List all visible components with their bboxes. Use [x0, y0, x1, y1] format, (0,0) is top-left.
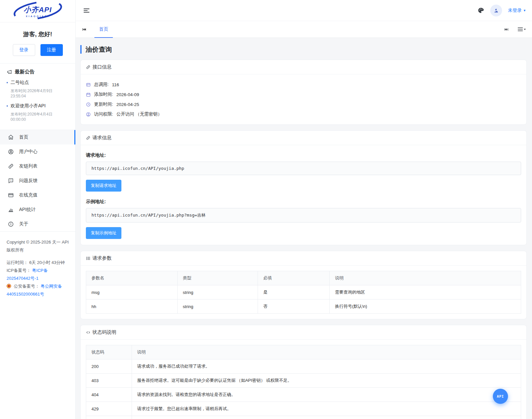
code-icon: [86, 330, 90, 335]
status-codes-table: 状态码 说明 200 请求成功，服务器已成功处理了请求。 403 服: [86, 345, 521, 419]
logo-stack: 小齐API XIAOQIAPI: [24, 5, 52, 17]
info-label: 更新时间:: [94, 101, 113, 107]
param-type: string: [177, 300, 258, 314]
column-header: 说明: [132, 345, 521, 359]
copy-request-url-button[interactable]: 复制请求地址: [86, 180, 121, 192]
sidebar-item-label: 首页: [19, 134, 28, 140]
status-code: 404: [86, 388, 132, 402]
param-required: 否: [258, 300, 330, 314]
sidebar-item-about[interactable]: 关于: [0, 217, 75, 231]
sidebar-item-label: 问题反馈: [19, 178, 38, 184]
announcement-title: 二号站点: [11, 80, 29, 86]
request-url-value[interactable]: https://api.icofun.cn/API/youjia.php: [86, 162, 521, 175]
svg-text:?: ?: [10, 179, 12, 182]
logo[interactable]: 小齐API XIAOQIAPI: [0, 0, 75, 22]
tab-bar: 首页: [76, 21, 532, 38]
sidebar-item-feedback[interactable]: ? 问题反馈: [0, 173, 75, 188]
announcements-title: 最新公告: [15, 69, 35, 75]
sidebar-toggle-button[interactable]: [83, 7, 90, 14]
announcement-item[interactable]: 二号站点 发布时间:2026年4月9日 23:55:04: [7, 80, 69, 98]
status-desc: 服务器拒绝请求。这可能是由于缺少必要的认证凭据 （如API密钥） 或权限不足。: [132, 374, 521, 388]
logo-subtext: XIAOQIAPI: [24, 15, 52, 17]
home-icon: [8, 134, 14, 140]
status-code: 500: [86, 416, 132, 419]
request-url-label: 请求地址:: [86, 152, 521, 158]
status-code: 403: [86, 374, 132, 388]
sidebar-footer: Copyright © 2025-2026 天一 API 版权所有 运行时间： …: [0, 232, 75, 305]
page-content: 油价查询 接口信息 总调用: 116: [76, 38, 532, 419]
api-floating-button[interactable]: API: [493, 389, 508, 404]
sidebar-item-api-stats[interactable]: API统计: [0, 202, 75, 217]
sidebar: 小齐API XIAOQIAPI 游客, 您好! 登录 注册 最新公告 二号站点 …: [0, 0, 76, 419]
info-value: 公开访问 （无需密钥）: [116, 111, 162, 117]
app-root: 小齐API XIAOQIAPI 游客, 您好! 登录 注册 最新公告 二号站点 …: [0, 0, 532, 419]
login-status-dropdown[interactable]: 未登录 ▼: [508, 8, 526, 13]
column-header: 参数名: [86, 271, 178, 285]
sidebar-item-label: 用户中心: [19, 149, 38, 155]
announcement-time: 发布时间:2026年4月9日 23:55:04: [7, 88, 69, 98]
avatar-person-icon: [493, 8, 499, 13]
request-params-card: 请求参数 参数名 类型 必填 说明: [80, 251, 527, 319]
fab-label: API: [497, 394, 504, 399]
bar-chart-icon: [8, 207, 14, 213]
info-label: 总调用:: [94, 82, 109, 88]
police-label: 公安备案号：: [14, 284, 39, 289]
person-circle-icon: [86, 112, 91, 117]
link-icon: [86, 65, 90, 69]
info-value: 2026-04-09: [116, 92, 139, 97]
sidebar-item-label: 关于: [19, 221, 28, 227]
sidebar-item-home[interactable]: 首页: [0, 130, 75, 144]
sidebar-item-friend-links[interactable]: 友链列表: [0, 159, 75, 173]
theme-toggle-button[interactable]: [477, 7, 484, 14]
column-header: 必填: [258, 271, 330, 285]
copy-example-url-button[interactable]: 复制示例地址: [86, 227, 121, 239]
params-table: 参数名 类型 必填 说明 msg string 是 需要查询的地: [86, 271, 521, 314]
table-row: hh string 否 换行符号(默认\n): [86, 300, 521, 314]
sidebar-item-label: 在线充值: [19, 192, 38, 198]
skip-back-icon: [82, 27, 87, 32]
login-button[interactable]: 登录: [13, 44, 35, 56]
example-url-label: 示例地址:: [86, 199, 521, 205]
register-button[interactable]: 注册: [40, 44, 63, 56]
calendar-icon: [86, 92, 91, 97]
sidebar-item-label: 友链列表: [19, 163, 38, 169]
link-icon: [8, 163, 14, 169]
info-icon: [8, 221, 14, 227]
example-url-value[interactable]: https://api.icofun.cn/API/youjia.php?msg…: [86, 208, 521, 223]
column-header: 说明: [330, 271, 521, 285]
request-info-card: 请求信息 请求地址: https://api.icofun.cn/API/you…: [80, 130, 527, 245]
calls-icon: [86, 82, 91, 87]
scroll-tabs-right-button[interactable]: [504, 27, 509, 32]
sidebar-item-recharge[interactable]: 在线充值: [0, 188, 75, 202]
table-row: 403 服务器拒绝请求。这可能是由于缺少必要的认证凭据 （如API密钥） 或权限…: [86, 374, 521, 388]
param-desc: 换行符号(默认\n): [330, 300, 521, 314]
card-title: 请求信息: [92, 135, 112, 141]
clock-icon: [86, 102, 91, 107]
card-title: 接口信息: [92, 64, 112, 70]
info-row: 访问权限: 公开访问 （无需密钥）: [86, 109, 521, 119]
info-row: 添加时间: 2026-04-09: [86, 90, 521, 99]
megaphone-icon: [7, 69, 12, 75]
tab-options-menu-button[interactable]: [518, 27, 526, 32]
table-row: 500 服务器内部错误。服务器在执行请求时遇到了问题。: [86, 416, 521, 419]
status-code: 429: [86, 402, 132, 416]
tab-home[interactable]: 首页: [94, 21, 113, 38]
table-row: 200 请求成功，服务器已成功处理了请求。: [86, 359, 521, 374]
param-desc: 需要查询的地区: [330, 285, 521, 300]
scroll-tabs-left-button[interactable]: [82, 27, 87, 32]
tab-label: 首页: [99, 26, 108, 32]
info-row: 更新时间: 2026-04-25: [86, 99, 521, 109]
uptime-label: 运行时间：: [7, 260, 28, 265]
login-status-text: 未登录: [508, 8, 522, 13]
avatar[interactable]: [490, 5, 502, 16]
announcement-item[interactable]: 欢迎使用小齐API 发布时间:2026年4月4日 00:00:00: [7, 103, 69, 122]
info-label: 访问权限:: [94, 111, 113, 117]
announcement-title: 欢迎使用小齐API: [11, 103, 46, 109]
sidebar-item-user-center[interactable]: 用户中心: [0, 144, 75, 159]
main-area: 未登录 ▼ 首页 油价查询: [76, 0, 532, 419]
top-bar: 未登录 ▼: [76, 0, 532, 21]
logo-text: 小齐API: [24, 5, 52, 15]
column-header: 类型: [177, 271, 258, 285]
palette-icon: [477, 7, 484, 14]
sidebar-nav: 首页 用户中心 友链列表 ? 问题反馈 在线充值: [0, 130, 75, 232]
